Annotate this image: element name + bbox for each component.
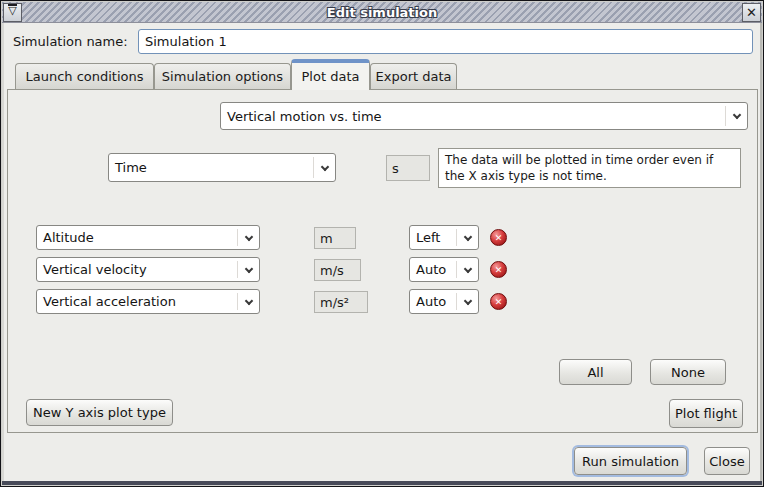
- window-title: Edit simulation: [23, 5, 741, 20]
- plot-flight-button[interactable]: Plot flight: [669, 399, 743, 428]
- x-axis-unit-field: s: [386, 155, 430, 181]
- y-axis-axis-combobox-1[interactable]: Left: [409, 225, 479, 250]
- window-menu-button[interactable]: ▽: [3, 3, 22, 22]
- close-button[interactable]: Close: [704, 447, 750, 475]
- delete-y-axis-button-1[interactable]: ✕: [490, 229, 507, 246]
- run-simulation-button[interactable]: Run simulation: [574, 447, 687, 475]
- new-y-axis-plot-type-button[interactable]: New Y axis plot type: [26, 399, 173, 426]
- y-axis-type-value-3: Vertical acceleration: [43, 294, 176, 309]
- chevron-down-icon: [733, 111, 741, 119]
- y-axis-type-combobox-3[interactable]: Vertical acceleration: [36, 289, 260, 314]
- y-axis-axis-combobox-3[interactable]: Auto: [409, 289, 479, 314]
- chevron-down-icon: [245, 232, 253, 240]
- y-axis-axis-value-2: Auto: [416, 262, 446, 277]
- simulation-name-label: Simulation name:: [13, 34, 128, 49]
- all-button[interactable]: All: [559, 359, 632, 385]
- delete-y-axis-button-2[interactable]: ✕: [490, 261, 507, 278]
- delete-y-axis-button-3[interactable]: ✕: [490, 293, 507, 310]
- chevron-down-icon: [464, 232, 472, 240]
- none-button[interactable]: None: [650, 359, 726, 385]
- chevron-down-icon: [464, 264, 472, 272]
- y-axis-unit-field-3: m/s²: [314, 291, 368, 313]
- chevron-down-icon: [245, 296, 253, 304]
- close-icon: ✕: [746, 5, 757, 20]
- y-axis-type-value-2: Vertical velocity: [43, 262, 147, 277]
- x-axis-type-combobox[interactable]: Time: [108, 153, 336, 182]
- y-axis-type-combobox-2[interactable]: Vertical velocity: [36, 257, 260, 282]
- tab-launch-conditions[interactable]: Launch conditions: [15, 63, 154, 89]
- y-axis-unit-field-2: m/s: [314, 259, 361, 281]
- y-axis-type-value-1: Altitude: [43, 230, 94, 245]
- chevron-down-icon: [464, 296, 472, 304]
- x-axis-type-value: Time: [115, 160, 147, 175]
- plot-order-note: The data will be plotted in time order e…: [438, 148, 741, 188]
- chevron-down-icon: [245, 264, 253, 272]
- titlebar: ▽ Edit simulation ✕: [2, 2, 762, 23]
- tab-plot-data[interactable]: Plot data: [291, 59, 370, 90]
- delete-icon: ✕: [495, 265, 503, 275]
- y-axis-unit-field-1: m: [314, 227, 356, 249]
- edit-simulation-dialog: ▽ Edit simulation ✕ Simulation name: Lau…: [0, 0, 764, 487]
- delete-icon: ✕: [495, 233, 503, 243]
- tab-export-data[interactable]: Export data: [370, 63, 457, 89]
- preset-configurations-combobox[interactable]: Vertical motion vs. time: [220, 102, 748, 130]
- window-menu-icon: ▽: [8, 6, 16, 16]
- tab-simulation-options[interactable]: Simulation options: [154, 63, 291, 89]
- y-axis-axis-value-3: Auto: [416, 294, 446, 309]
- simulation-name-input[interactable]: [138, 29, 753, 54]
- y-axis-type-combobox-1[interactable]: Altitude: [36, 225, 260, 250]
- preset-configurations-value: Vertical motion vs. time: [227, 109, 382, 124]
- close-window-button[interactable]: ✕: [742, 3, 761, 22]
- chevron-down-icon: [321, 162, 329, 170]
- y-axis-axis-combobox-2[interactable]: Auto: [409, 257, 479, 282]
- y-axis-axis-value-1: Left: [416, 230, 440, 245]
- delete-icon: ✕: [495, 297, 503, 307]
